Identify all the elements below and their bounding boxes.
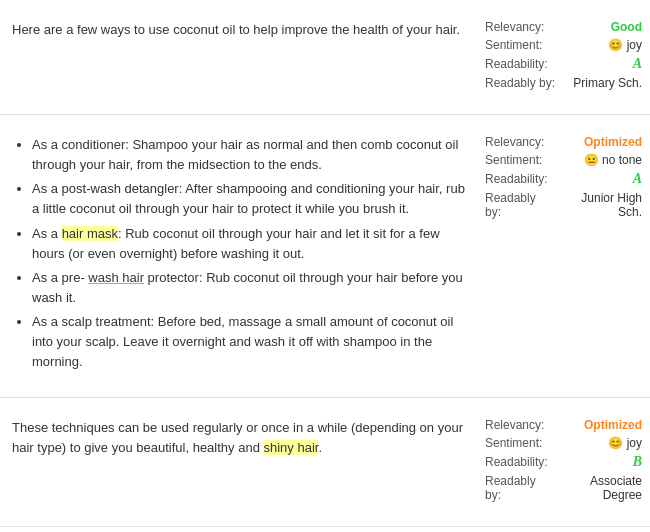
sentiment-text: no tone [602, 153, 642, 167]
sentiment-row: Sentiment: 😊 joy [485, 38, 642, 52]
list-item: As a scalp treatment: Before bed, massag… [32, 312, 469, 372]
relevancy-value: Optimized [584, 135, 642, 149]
section-4: The amount of coconut oil you'll need wi… [0, 527, 650, 532]
sentiment-value: 😊 joy [608, 38, 642, 52]
readability-label: Readability: [485, 57, 548, 71]
hair-mask-highlight: hair mask [62, 226, 118, 241]
readably-by-value: Junior High Sch. [555, 191, 642, 219]
section-2: As a conditioner: Shampoo your hair as n… [0, 115, 650, 398]
sentiment-emoji: 😐 [584, 153, 599, 167]
relevancy-value: Good [611, 20, 642, 34]
sentiment-row: Sentiment: 😊 joy [485, 436, 642, 450]
shiny-hair-highlight: shiny hair [264, 440, 319, 455]
section-2-metrics: Relevancy: Optimized Sentiment: 😐 no ton… [485, 127, 650, 385]
relevancy-row: Relevancy: Good [485, 20, 642, 34]
sentiment-value: 😊 joy [608, 436, 642, 450]
section-3-metrics: Relevancy: Optimized Sentiment: 😊 joy Re… [485, 410, 650, 514]
sentiment-row: Sentiment: 😐 no tone [485, 153, 642, 167]
section-3-content: These techniques can be used regularly o… [0, 410, 485, 514]
readably-by-value: Associate Degree [552, 474, 642, 502]
relevancy-row: Relevancy: Optimized [485, 135, 642, 149]
readability-value: A [633, 56, 642, 72]
section-1-text: Here are a few ways to use coconut oil t… [12, 20, 469, 41]
readability-label: Readability: [485, 172, 548, 186]
sentiment-emoji: 😊 [608, 38, 623, 52]
section-3: These techniques can be used regularly o… [0, 398, 650, 527]
sentiment-label: Sentiment: [485, 436, 542, 450]
readably-by-row: Readably by: Associate Degree [485, 474, 642, 502]
section-2-list: As a conditioner: Shampoo your hair as n… [12, 135, 469, 373]
list-item: As a post-wash detangler: After shampooi… [32, 179, 469, 219]
wash-hair-highlight: wash hair [88, 270, 144, 285]
readability-label: Readability: [485, 455, 548, 469]
readability-row: Readability: A [485, 56, 642, 72]
readability-value: B [633, 454, 642, 470]
relevancy-row: Relevancy: Optimized [485, 418, 642, 432]
relevancy-value: Optimized [584, 418, 642, 432]
section-3-text: These techniques can be used regularly o… [12, 418, 469, 460]
list-item: As a conditioner: Shampoo your hair as n… [32, 135, 469, 175]
readably-by-label: Readably by: [485, 474, 552, 502]
sentiment-text: joy [627, 436, 642, 450]
list-item: As a pre- wash hair protector: Rub cocon… [32, 268, 469, 308]
relevancy-label: Relevancy: [485, 135, 544, 149]
list-item: As a hair mask: Rub coconut oil through … [32, 224, 469, 264]
readably-by-row: Readably by: Primary Sch. [485, 76, 642, 90]
section-2-content: As a conditioner: Shampoo your hair as n… [0, 127, 485, 385]
sentiment-value: 😐 no tone [584, 153, 642, 167]
section-1-content: Here are a few ways to use coconut oil t… [0, 12, 485, 102]
sentiment-emoji: 😊 [608, 436, 623, 450]
sentiment-label: Sentiment: [485, 153, 542, 167]
readably-by-value: Primary Sch. [573, 76, 642, 90]
readability-value: A [633, 171, 642, 187]
section-1-metrics: Relevancy: Good Sentiment: 😊 joy Readabi… [485, 12, 650, 102]
readability-row: Readability: A [485, 171, 642, 187]
relevancy-label: Relevancy: [485, 20, 544, 34]
sentiment-text: joy [627, 38, 642, 52]
readably-by-label: Readably by: [485, 191, 555, 219]
section-1: Here are a few ways to use coconut oil t… [0, 0, 650, 115]
readably-by-row: Readably by: Junior High Sch. [485, 191, 642, 219]
readability-row: Readability: B [485, 454, 642, 470]
relevancy-label: Relevancy: [485, 418, 544, 432]
sentiment-label: Sentiment: [485, 38, 542, 52]
readably-by-label: Readably by: [485, 76, 555, 90]
